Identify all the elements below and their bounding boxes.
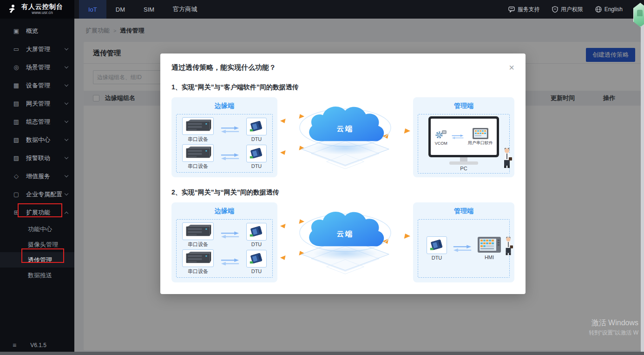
software-label: 用户串口软件 [468, 140, 493, 146]
scene-icon: ◎ [13, 64, 20, 71]
device-label: 串口设备 [188, 136, 208, 143]
window-bottom-edge [0, 352, 644, 355]
cloud-illustration: 云端 [287, 203, 403, 277]
device-label: DTU [251, 136, 262, 142]
chevron-down-icon [65, 47, 68, 50]
chevron-down-icon [65, 137, 68, 141]
edge-panel-title: 边缘端 [176, 102, 273, 110]
device-label: 串口设备 [188, 241, 208, 248]
bidirectional-arrow-icon [221, 126, 239, 134]
hmi-device-illustration [478, 237, 501, 254]
sidebar-subitem-function-center[interactable]: 功能中心 [0, 221, 74, 237]
support-label: 服务支持 [518, 6, 540, 13]
diamond-icon: ◇ [13, 173, 20, 180]
sidebar-item-config-mgmt[interactable]: ▥ 组态管理 [0, 113, 74, 131]
sidebar-item-overview[interactable]: ▣ 概览 [0, 22, 74, 40]
chevron-down-icon [65, 174, 68, 177]
device-label: DTU [432, 255, 442, 261]
sidebar-item-alarm[interactable]: ▨ 报警联动 [0, 149, 74, 167]
language-label: English [605, 6, 623, 13]
device-label: HMI [485, 255, 494, 260]
vcom-icon [434, 128, 447, 140]
bidirectional-arrow-icon [452, 134, 464, 140]
dtu-device-illustration [248, 146, 265, 161]
sidebar-item-value-service[interactable]: ◇ 增值服务 [0, 167, 74, 185]
tab-sim[interactable]: SIM [134, 0, 164, 19]
sidebar-item-screen-mgmt[interactable]: ▭ 大屏管理 [0, 40, 74, 58]
manage-panel-title: 管理端 [418, 102, 510, 110]
permission-link[interactable]: 用户权限 [552, 6, 583, 13]
sidebar-item-enterprise-config[interactable]: ▢ 企业专属配置 [0, 185, 74, 203]
edge-panel-title: 边缘端 [176, 207, 273, 215]
chevron-down-icon [65, 155, 68, 159]
bidirectional-arrow-icon [221, 231, 239, 239]
sidebar-item-gateway-mgmt[interactable]: ▤ 网关管理 [0, 94, 74, 113]
usr-person-icon [7, 4, 18, 15]
sidebar-item-label: 扩展功能 [26, 208, 65, 217]
sidebar-item-label: 网关管理 [26, 100, 65, 108]
tab-shop[interactable]: 官方商城 [164, 0, 206, 19]
close-icon[interactable]: × [509, 63, 514, 72]
bidirectional-arrow-icon [221, 258, 239, 266]
sidebar-item-label: 概览 [26, 27, 68, 35]
chevron-down-icon [65, 83, 68, 87]
serial-device-illustration [184, 119, 212, 134]
top-nav: IoT DM SIM 官方商城 [79, 0, 206, 19]
scrollbar[interactable] [641, 19, 644, 355]
sidebar-item-scene-mgmt[interactable]: ◎ 场景管理 [0, 58, 74, 76]
pc-monitor-illustration: VCOM 用户串口软件 [428, 116, 499, 157]
overview-icon: ▣ [13, 27, 20, 34]
app-title: 有人云控制台 [21, 3, 63, 10]
device-label: DTU [251, 241, 262, 247]
chevron-up-icon [65, 211, 68, 215]
edge-panel-1: 边缘端 串口设备 DTU 串口设备 [171, 97, 277, 177]
chevron-down-icon [65, 101, 68, 105]
alarm-icon: ▨ [13, 154, 20, 161]
section2-heading: 2、实现“网关”与“网关”间的数据透传 [171, 188, 514, 197]
cloud-illustration: 云端 [287, 98, 403, 172]
watermark-line1: 激活 Windows [589, 317, 638, 328]
collapse-sidebar-icon[interactable]: ≡ [13, 342, 16, 349]
sidebar-item-data-center[interactable]: ▧ 数据中心 [0, 131, 74, 149]
globe-icon [595, 6, 602, 13]
dtu-device-illustration [428, 238, 445, 253]
sidebar-item-label: 企业专属配置 [26, 190, 65, 199]
gateway-icon: ▤ [13, 100, 20, 107]
sidebar-subitem-data-push[interactable]: 数据推送 [0, 268, 74, 283]
windows-activation-watermark: 激活 Windows 转到“设置”以激活 W [589, 317, 638, 337]
config-icon: ▥ [13, 118, 20, 125]
pc-label: PC [460, 166, 467, 171]
dtu-device-illustration [248, 251, 265, 266]
device-label: 串口设备 [188, 268, 208, 275]
device-label: DTU [251, 268, 262, 274]
top-bar: 有人云控制台 www.usr.cn IoT DM SIM 官方商城 服务支持 用… [0, 0, 644, 19]
cloud-label: 云端 [337, 125, 354, 133]
sidebar-item-extensions[interactable]: ⊞ 扩展功能 [0, 203, 74, 221]
sidebar-item-device-mgmt[interactable]: ▦ 设备管理 [0, 76, 74, 94]
chevron-down-icon [65, 119, 68, 123]
dtu-device-illustration [248, 119, 265, 134]
device-label: DTU [251, 163, 262, 169]
chevron-down-icon [65, 192, 68, 195]
version-label: V6.1.5 [30, 342, 46, 348]
chevron-down-icon [65, 65, 68, 68]
modal-title: 通过透传策略，能实现什么功能？ [171, 63, 276, 72]
cloud-link-area: 云端 [277, 202, 413, 282]
shield-icon [552, 6, 558, 13]
diagram-gateway-to-client: 边缘端 串口设备 DTU 串口设备 [171, 97, 514, 177]
extensions-icon: ⊞ [13, 209, 20, 216]
sidebar-item-label: 增值服务 [26, 172, 65, 181]
software-label: VCOM [435, 141, 447, 146]
tab-dm[interactable]: DM [106, 0, 134, 19]
device-icon: ▦ [13, 82, 20, 89]
language-switch[interactable]: English [595, 6, 623, 13]
sidebar-item-label: 大屏管理 [26, 45, 65, 54]
dtu-device-illustration [248, 224, 265, 239]
support-link[interactable]: 服务支持 [508, 6, 540, 13]
manage-panel-2: 管理端 DTU HMI [413, 202, 514, 282]
tab-iot[interactable]: IoT [79, 0, 106, 19]
serial-device-illustration [184, 146, 212, 161]
section1-heading: 1、实现“网关”与“客户端软件”间的数据透传 [171, 83, 514, 92]
sidebar-subitem-camera-mgmt[interactable]: 摄像头管理 [0, 237, 74, 252]
sidebar-subitem-passthrough-mgmt[interactable]: 透传管理 [0, 252, 74, 268]
